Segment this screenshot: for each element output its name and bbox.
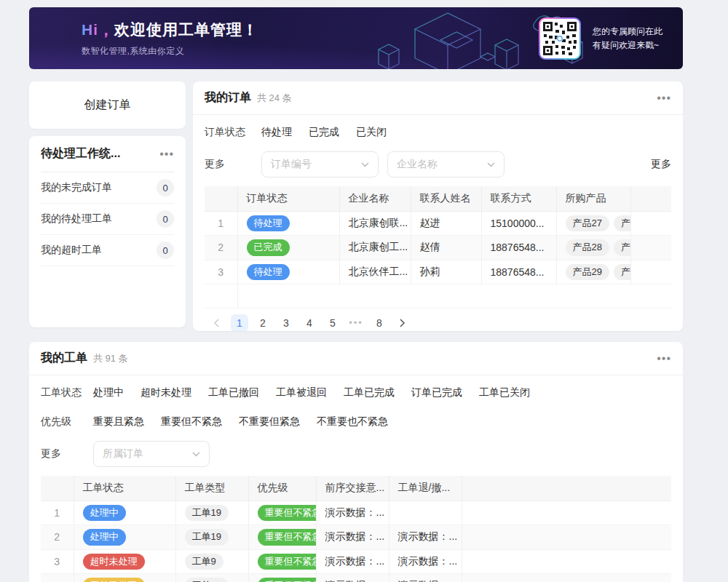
col-index xyxy=(41,476,74,501)
priority-badge: 重要但不紧急 xyxy=(258,505,317,521)
status-badge: 工单已撤回 xyxy=(83,578,145,582)
priority-option-not-important-urgent[interactable]: 不重要但紧急 xyxy=(239,415,300,428)
ticket-row[interactable]: 2 处理中 工单19 重要但不紧急 演示数据：... 演示数据：... xyxy=(41,525,671,549)
status-badge: 待处理 xyxy=(247,264,290,280)
stat-pending-tickets[interactable]: 我的待处理工单 0 xyxy=(41,204,174,235)
row-index: 2 xyxy=(41,525,74,549)
more-link[interactable]: 更多 xyxy=(651,158,671,171)
pagination-page-4[interactable]: 4 xyxy=(301,314,318,331)
orders-table: 订单状态 企业名称 联系人姓名 联系方式 所购产品 1 待处理 北京康创联...… xyxy=(205,186,671,308)
ticket-status-option-overdue[interactable]: 超时未处理 xyxy=(141,386,191,399)
create-order-label: 创建订单 xyxy=(84,97,131,113)
status-badge: 处理中 xyxy=(83,505,126,521)
ticket-type-pill: 工单19 xyxy=(185,505,229,521)
col-priority: 优先级 xyxy=(248,476,316,501)
order-row[interactable]: 1 待处理 北京康创联... 赵进 15100000... 产品27产品 xyxy=(205,212,671,236)
ticket-type-pill: 工单16 xyxy=(185,578,229,582)
more-filters-label: 更多 xyxy=(41,447,93,461)
priority-badge: 重要但不紧急 xyxy=(258,554,317,570)
pagination-prev-icon[interactable] xyxy=(207,314,225,331)
banner-subtitle: 数智化管理,系统由你定义 xyxy=(82,45,258,57)
ticket-status-option-returned[interactable]: 工单被退回 xyxy=(276,386,327,399)
order-row[interactable]: 3 待处理 北京伙伴工... 孙莉 18876548... 产品29产品 xyxy=(205,260,671,284)
company-cell: 北京伙伴工... xyxy=(339,260,411,284)
return-note-cell: 演示数据：... xyxy=(389,525,462,549)
qr-caption-line1: 您的专属顾问在此 xyxy=(593,25,662,39)
ellipsis-icon[interactable]: ••• xyxy=(657,353,671,364)
pending-work-stats-card: 待处理工作统... ••• 我的未完成订单 0 我的待处理工单 0 我的超时工单… xyxy=(29,136,186,327)
col-order-status: 订单状态 xyxy=(237,186,339,212)
ellipsis-icon[interactable]: ••• xyxy=(159,148,174,160)
pre-note-cell: 演示数据：... xyxy=(316,501,389,525)
return-note-cell: 演示数据：... xyxy=(389,573,462,582)
orders-panel-title: 我的订单 xyxy=(205,90,251,105)
col-pre-handover: 前序交接意... xyxy=(316,476,389,501)
col-blank xyxy=(462,476,671,501)
phone-cell: 15100000... xyxy=(481,212,556,236)
priority-option-not-important-not-urgent[interactable]: 不重要也不紧急 xyxy=(317,415,388,428)
row-index: 3 xyxy=(205,260,237,284)
pagination-page-5[interactable]: 5 xyxy=(324,314,341,331)
priority-badge: 重要但不紧急 xyxy=(258,529,317,545)
pagination-page-8[interactable]: 8 xyxy=(371,314,388,331)
company-name-select[interactable]: 企业名称 xyxy=(387,151,505,178)
priority-option-important-not-urgent[interactable]: 重要但不紧急 xyxy=(161,415,222,428)
pagination-page-2[interactable]: 2 xyxy=(254,314,272,331)
product-pill: 产品 xyxy=(614,215,630,231)
pre-note-cell: 演示数据：... xyxy=(316,549,389,573)
banner-comma: ， xyxy=(98,21,114,38)
parent-order-select[interactable]: 所属订单 xyxy=(93,441,210,467)
ellipsis-icon[interactable]: ••• xyxy=(657,92,671,104)
product-pill: 产品 xyxy=(614,264,630,280)
create-order-button[interactable]: 创建订单 xyxy=(29,81,186,129)
contact-cell: 赵倩 xyxy=(411,236,481,260)
ticket-row[interactable]: 3 超时未处理 工单9 重要但不紧急 演示数据：... 演示数据：... xyxy=(41,549,671,573)
phone-cell: 18876548... xyxy=(481,260,556,284)
col-contact-phone: 联系方式 xyxy=(481,186,556,212)
ticket-row[interactable]: 4 工单已撤回 工单16 重要但不紧急 演示数据：... 演示数据：... xyxy=(41,573,671,582)
orders-count: 共 24 条 xyxy=(257,92,292,105)
product-pill: 产品27 xyxy=(566,215,609,231)
pagination-next-icon[interactable] xyxy=(394,314,411,331)
chevron-down-icon xyxy=(361,162,369,167)
order-row[interactable]: 2 已完成 北京康创工... 赵倩 18876548... 产品28产品 xyxy=(205,236,671,260)
pagination-page-1[interactable]: 1 xyxy=(231,314,248,331)
stat-count-badge: 0 xyxy=(157,179,174,196)
ticket-status-option-closed[interactable]: 工单已关闭 xyxy=(479,386,530,399)
col-products: 所购产品 xyxy=(556,186,630,212)
priority-filter-label: 优先级 xyxy=(41,415,93,428)
order-status-option-closed[interactable]: 已关闭 xyxy=(356,126,387,139)
order-status-option-done[interactable]: 已完成 xyxy=(309,126,339,139)
status-badge: 处理中 xyxy=(83,529,126,545)
row-index: 3 xyxy=(41,549,74,573)
products-cell: 产品27产品 xyxy=(556,212,630,236)
pagination-ellipsis-icon[interactable]: ••• xyxy=(347,314,365,331)
ticket-row[interactable]: 1 处理中 工单19 重要但不紧急 演示数据：... xyxy=(41,501,671,525)
ticket-status-option-withdrawn[interactable]: 工单已撤回 xyxy=(208,386,259,399)
stat-count-badge: 0 xyxy=(157,210,174,228)
stat-unfinished-orders[interactable]: 我的未完成订单 0 xyxy=(41,172,174,204)
pagination: 1 2 3 4 5 ••• 8 xyxy=(205,308,671,331)
stat-count-badge: 0 xyxy=(157,242,174,259)
tickets-table: 工单状态 工单类型 优先级 前序交接意... 工单退/撤... 1 处理中 工单… xyxy=(41,476,671,582)
contact-cell: 孙莉 xyxy=(411,260,481,284)
ticket-status-option-processing[interactable]: 处理中 xyxy=(93,386,124,399)
col-blank xyxy=(630,186,671,212)
empty-row xyxy=(205,284,671,308)
company-name-placeholder: 企业名称 xyxy=(397,158,438,171)
order-number-placeholder: 订单编号 xyxy=(271,158,312,171)
ticket-status-option-ticket-done[interactable]: 工单已完成 xyxy=(344,386,395,399)
return-note-cell xyxy=(389,501,462,525)
pagination-page-3[interactable]: 3 xyxy=(277,314,295,331)
ticket-status-option-order-done[interactable]: 订单已完成 xyxy=(411,386,462,399)
row-index: 1 xyxy=(205,212,237,236)
product-pill: 产品29 xyxy=(566,264,609,280)
order-status-option-pending[interactable]: 待处理 xyxy=(261,126,292,139)
return-note-cell: 演示数据：... xyxy=(389,549,462,573)
order-number-select[interactable]: 订单编号 xyxy=(261,151,379,178)
row-index: 1 xyxy=(41,501,74,525)
qr-caption-line2: 有疑问欢迎来戳~ xyxy=(593,39,662,52)
priority-option-important-urgent[interactable]: 重要且紧急 xyxy=(93,415,144,428)
contact-cell: 赵进 xyxy=(411,212,481,236)
stat-overdue-tickets[interactable]: 我的超时工单 0 xyxy=(41,235,174,266)
